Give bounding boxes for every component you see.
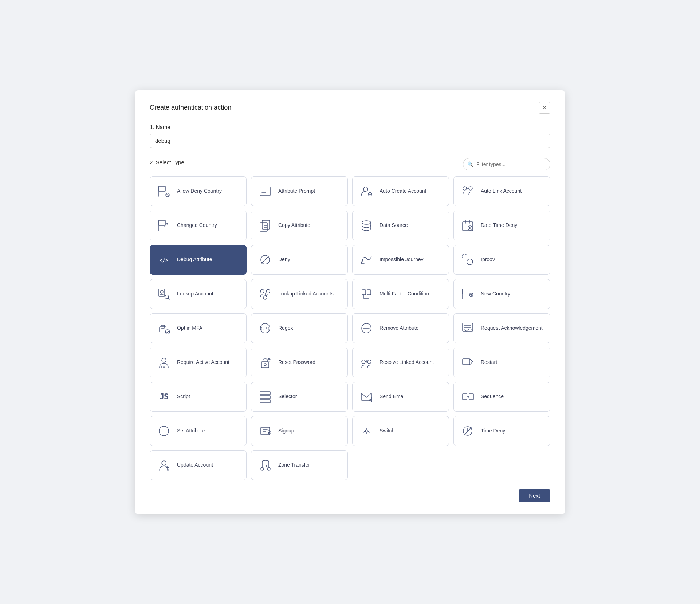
action-label-sequence: Sequence: [481, 393, 504, 400]
time-deny-icon: [460, 423, 476, 439]
resolve-linked-account-icon: [358, 354, 374, 370]
action-card-time-deny[interactable]: Time Deny: [453, 416, 550, 446]
action-card-require-active-account[interactable]: Require Active Account: [150, 348, 247, 377]
signup-icon: [257, 423, 273, 439]
action-label-lookup-account: Lookup Account: [177, 290, 213, 297]
copy-attribute-icon: [257, 217, 273, 234]
filter-input[interactable]: [463, 158, 550, 170]
action-card-send-email[interactable]: Send Email: [352, 382, 449, 412]
action-card-reset-password[interactable]: Reset Password: [251, 348, 348, 377]
svg-point-71: [264, 364, 266, 366]
svg-rect-76: [260, 396, 270, 399]
modal-title: Create authentication action: [150, 104, 231, 111]
action-card-remove-attribute[interactable]: Remove Attribute: [352, 313, 449, 343]
action-card-debug-attribute[interactable]: </>Debug Attribute: [150, 245, 247, 275]
action-card-new-country[interactable]: New Country: [453, 279, 550, 309]
iproov-icon: [460, 252, 476, 268]
next-button[interactable]: Next: [519, 489, 550, 502]
close-button[interactable]: ×: [539, 102, 550, 114]
name-input[interactable]: [150, 134, 550, 148]
action-label-new-country: New Country: [481, 290, 510, 297]
action-label-iproov: Iproov: [481, 256, 495, 263]
svg-rect-55: [160, 327, 166, 332]
set-attribute-icon: [156, 423, 172, 439]
auto-create-account-icon: [358, 183, 374, 199]
action-card-impossible-journey[interactable]: Impossible Journey: [352, 245, 449, 275]
action-label-remove-attribute: Remove Attribute: [380, 325, 418, 331]
svg-point-37: [160, 290, 163, 293]
update-account-icon: [156, 457, 172, 473]
action-card-deny[interactable]: Deny: [251, 245, 348, 275]
action-label-switch: Switch: [380, 427, 394, 434]
svg-point-66: [162, 358, 166, 362]
action-card-selector[interactable]: Selector: [251, 382, 348, 412]
select-type-header: 2. Select Type 🔍: [150, 158, 550, 170]
action-card-switch[interactable]: Switch: [352, 416, 449, 446]
svg-rect-50: [463, 289, 469, 294]
action-label-date-time-deny: Date Time Deny: [481, 222, 517, 228]
modal: Create authentication action × 1. Name 2…: [135, 90, 565, 514]
action-label-regex: Regex: [278, 325, 293, 331]
action-card-lookup-account[interactable]: Lookup Account: [150, 279, 247, 309]
footer: Next: [150, 489, 550, 502]
modal-header: Create authentication action ×: [150, 102, 550, 114]
action-card-changed-country[interactable]: Changed Country: [150, 211, 247, 240]
action-label-multi-factor-condition: Multi Factor Condition: [380, 290, 429, 297]
svg-point-101: [261, 467, 264, 470]
action-card-request-acknowledgement[interactable]: Request Acknowledgement: [453, 313, 550, 343]
opt-in-mfa-icon: [156, 320, 172, 336]
action-card-zone-transfer[interactable]: Zone Transfer: [251, 450, 348, 480]
action-card-resolve-linked-account[interactable]: Resolve Linked Account: [352, 348, 449, 377]
action-card-signup[interactable]: Signup: [251, 416, 348, 446]
svg-point-22: [362, 221, 371, 224]
action-card-date-time-deny[interactable]: Date Time Deny: [453, 211, 550, 240]
action-card-attribute-prompt[interactable]: Attribute Prompt: [251, 176, 348, 206]
action-card-lookup-linked-accounts[interactable]: Lookup Linked Accounts: [251, 279, 348, 309]
svg-rect-33: [463, 255, 467, 259]
action-card-sequence[interactable]: Sequence: [453, 382, 550, 412]
action-label-restart: Restart: [481, 359, 497, 365]
data-source-icon: [358, 217, 374, 234]
js-text: JS: [160, 392, 169, 401]
action-label-deny: Deny: [278, 256, 290, 263]
action-card-auto-create-account[interactable]: Auto Create Account: [352, 176, 449, 206]
reset-password-icon: [257, 354, 273, 370]
svg-text:</>: </>: [159, 257, 168, 263]
action-label-require-active-account: Require Active Account: [177, 359, 229, 365]
action-card-restart[interactable]: Restart: [453, 348, 550, 377]
svg-rect-0: [159, 186, 165, 191]
svg-point-102: [267, 467, 270, 470]
svg-rect-80: [463, 394, 467, 400]
action-label-lookup-linked-accounts: Lookup Linked Accounts: [278, 290, 334, 297]
action-card-script[interactable]: JSScript: [150, 382, 247, 412]
action-card-auto-link-account[interactable]: Auto Link Account: [453, 176, 550, 206]
lookup-linked-accounts-icon: [257, 286, 273, 302]
search-icon: 🔍: [467, 161, 473, 167]
action-card-update-account[interactable]: Update Account: [150, 450, 247, 480]
action-card-multi-factor-condition[interactable]: Multi Factor Condition: [352, 279, 449, 309]
action-card-regex[interactable]: (.*)Regex: [251, 313, 348, 343]
lookup-account-icon: [156, 286, 172, 302]
zone-transfer-icon: [257, 457, 273, 473]
script-icon: JS: [156, 389, 172, 405]
svg-line-65: [471, 329, 471, 330]
action-label-send-email: Send Email: [380, 393, 406, 400]
action-card-set-attribute[interactable]: Set Attribute: [150, 416, 247, 446]
date-time-deny-icon: [460, 217, 476, 234]
request-acknowledgement-icon: [460, 320, 476, 336]
action-card-copy-attribute[interactable]: Copy Attribute: [251, 211, 348, 240]
action-label-script: Script: [177, 393, 190, 400]
action-card-iproov[interactable]: Iproov: [453, 245, 550, 275]
svg-point-13: [469, 187, 472, 190]
action-card-data-source[interactable]: Data Source: [352, 211, 449, 240]
svg-rect-45: [362, 290, 366, 295]
action-card-allow-deny-country[interactable]: Allow Deny Country: [150, 176, 247, 206]
action-label-copy-attribute: Copy Attribute: [278, 222, 310, 228]
svg-rect-75: [260, 392, 270, 395]
action-label-selector: Selector: [278, 393, 297, 400]
action-card-opt-in-mfa[interactable]: Opt in MFA: [150, 313, 247, 343]
action-label-signup: Signup: [278, 427, 294, 434]
svg-rect-14: [159, 220, 165, 225]
svg-line-3: [166, 193, 169, 196]
svg-rect-46: [367, 290, 371, 295]
